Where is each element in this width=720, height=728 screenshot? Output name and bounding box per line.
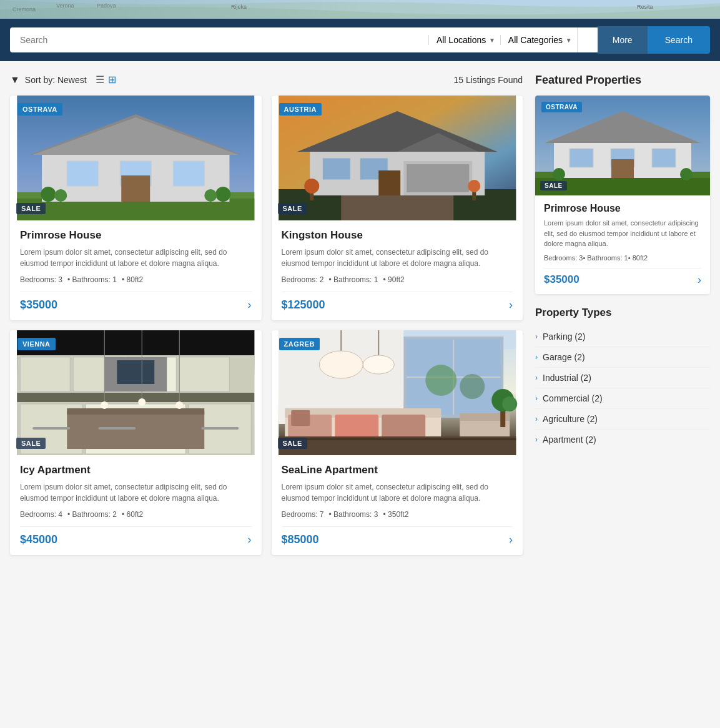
arrow-right-1[interactable]: › [248,298,252,312]
sidebar: Featured Properties [535,74,710,555]
svg-point-60 [175,401,183,409]
featured-card[interactable]: OSTRAVA SALE Primrose House Lorem ipsum … [535,96,710,294]
svg-rect-78 [382,415,425,440]
property-price-4: $85000 [282,533,319,546]
featured-sale-badge: SALE [540,181,567,190]
svg-rect-42 [179,357,229,391]
property-price-row-2: $125000 › [282,292,513,312]
svg-rect-39 [20,357,70,391]
map-background: Cremona Verona Padova Rijeka Resita [0,0,720,19]
featured-price: $35000 [544,273,579,286]
location-badge-3: VIENNA [17,338,56,350]
property-specs-1: Bedrooms: 3• Bathrooms: 1• 80ft2 [20,275,252,284]
property-card-3[interactable]: VIENNA SALE Icy Apartment Lorem ipsum do… [10,330,262,555]
list-view-icon[interactable]: ☰ [96,74,104,86]
arrow-right-3[interactable]: › [248,533,252,546]
svg-rect-31 [378,170,400,195]
price-input-wrap [577,27,598,52]
featured-price-row: $35000 › [544,268,701,287]
property-info-1: Primrose House Lorem ipsum dolor sit ame… [10,220,262,320]
bathrooms-label-1: Bathrooms: 1 [72,275,119,284]
property-price-2: $125000 [282,298,325,312]
property-image-3: VIENNA SALE [10,330,262,455]
svg-point-68 [460,374,485,399]
svg-rect-13 [67,161,98,186]
property-price-row-3: $45000 › [20,526,252,546]
location-select-wrap: All Locations Ostrava Austria Vienna Zag… [428,35,500,45]
featured-info: Primrose House Lorem ipsum dolor sit ame… [535,195,710,294]
property-type-item-2[interactable]: › Industrial (2) [535,368,710,388]
featured-location-badge: OSTRAVA [541,102,582,112]
property-info-4: SeaLine Apartment Lorem ipsum dolor sit … [272,455,523,555]
svg-rect-93 [570,149,593,167]
svg-point-98 [680,168,693,180]
svg-rect-84 [279,438,516,440]
property-types-title: Property Types [535,307,710,319]
sale-badge-2: SALE [278,203,307,214]
chevron-right-icon-4: › [535,415,538,423]
property-info-2: Kingston House Lorem ipsum dolor sit ame… [272,220,523,320]
property-type-name-4: Agriculture (2) [543,414,598,424]
bathrooms-label-2: Bathrooms: 1 [333,275,380,284]
svg-point-87 [502,396,517,411]
area-label-1: 80ft2 [127,275,146,284]
search-input[interactable] [10,27,428,52]
svg-rect-26 [407,164,469,192]
category-select-wrap: All Categories House Apartment Garage Pa… [500,35,577,45]
svg-text:Cremona: Cremona [12,6,36,12]
property-type-name-1: Garage (2) [543,352,585,362]
listings-count: 15 Listings Found [453,75,523,85]
more-button[interactable]: More [598,26,648,54]
map-svg: Cremona Verona Padova Rijeka Resita [0,0,720,19]
bedrooms-label-2: Bedrooms: 2 [282,275,327,284]
property-image-2: AUSTRIA SALE [272,96,523,220]
property-card-2[interactable]: AUSTRIA SALE Kingston House Lorem ipsum … [272,96,523,320]
property-type-name-5: Apartment (2) [543,435,596,445]
property-type-item-4[interactable]: › Agriculture (2) [535,409,710,430]
property-type-item-5[interactable]: › Apartment (2) [535,430,710,450]
location-chevron-icon: ▼ [489,37,495,44]
chevron-right-icon-5: › [535,435,538,444]
svg-rect-49 [67,408,204,415]
svg-rect-79 [291,410,310,426]
property-type-item-1[interactable]: › Garage (2) [535,347,710,368]
location-badge-2: AUSTRIA [279,103,322,116]
chevron-right-icon-3: › [535,394,538,403]
property-type-item-3[interactable]: › Commercial (2) [535,388,710,409]
area-label-3: 60ft2 [127,510,146,519]
svg-rect-50 [32,427,70,430]
property-price-row-1: $35000 › [20,292,252,312]
svg-rect-16 [121,175,150,202]
svg-rect-54 [117,360,154,384]
chevron-right-icon-0: › [535,332,538,341]
svg-point-35 [468,180,480,192]
search-button[interactable]: Search [648,26,710,54]
svg-rect-8 [17,199,254,220]
bedrooms-label-1: Bedrooms: 3 [20,275,65,284]
property-price-1: $35000 [20,298,57,312]
chevron-right-icon-1: › [535,353,538,362]
arrow-right-4[interactable]: › [509,533,513,546]
svg-rect-96 [611,159,634,178]
property-title-2: Kingston House [282,229,513,242]
property-type-name-0: Parking (2) [543,332,585,342]
location-select[interactable]: All Locations Ostrava Austria Vienna Zag… [436,35,486,45]
property-card-4[interactable]: ZAGREB SALE SeaLine Apartment Lorem ipsu… [272,330,523,555]
svg-rect-51 [98,427,136,430]
grid-view-icon[interactable]: ⊞ [108,74,116,86]
property-title-3: Icy Apartment [20,464,252,476]
property-grid: OSTRAVA SALE Primrose House Lorem ipsum … [10,96,523,555]
arrow-right-2[interactable]: › [509,298,513,312]
category-select[interactable]: All Categories House Apartment Garage Pa… [508,35,563,45]
featured-arrow-right[interactable]: › [698,273,701,287]
property-type-item-0[interactable]: › Parking (2) [535,327,710,347]
svg-point-97 [553,168,565,180]
bedrooms-label-4: Bedrooms: 7 [282,510,327,519]
main-content: ▼ Sort by: Newest ☰ ⊞ 15 Listings Found [0,61,720,568]
property-card-1[interactable]: OSTRAVA SALE Primrose House Lorem ipsum … [10,96,262,320]
category-chevron-icon: ▼ [566,37,572,44]
svg-rect-52 [201,427,239,430]
svg-point-56 [101,401,108,409]
location-badge-4: ZAGREB [279,338,320,350]
bathrooms-label-4: Bathrooms: 3 [333,510,380,519]
